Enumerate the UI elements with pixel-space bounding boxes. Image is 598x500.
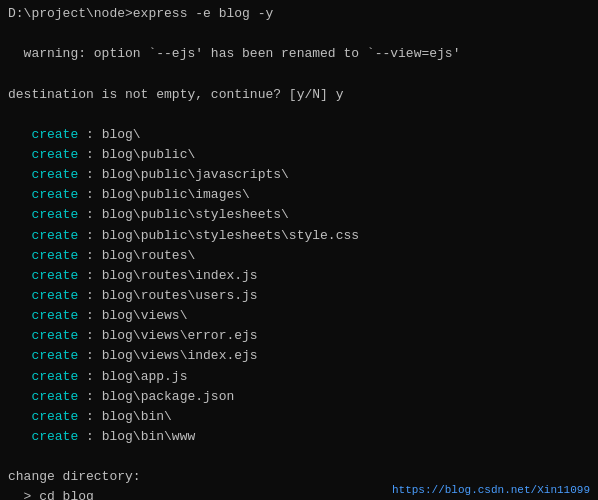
- create-lines-container: create : blog\ create : blog\public\ cre…: [8, 125, 590, 447]
- create-line: create : blog\views\error.ejs: [8, 326, 590, 346]
- create-line: create : blog\public\stylesheets\: [8, 205, 590, 225]
- create-line: create : blog\views\index.ejs: [8, 346, 590, 366]
- create-line: create : blog\public\javascripts\: [8, 165, 590, 185]
- create-line: create : blog\public\stylesheets\style.c…: [8, 226, 590, 246]
- warning-line: warning: option `--ejs' has been renamed…: [8, 44, 590, 64]
- create-line: create : blog\: [8, 125, 590, 145]
- empty-line-1: [8, 24, 590, 44]
- terminal-window: D:\project\node>express -e blog -y warni…: [0, 0, 598, 500]
- create-line: create : blog\public\images\: [8, 185, 590, 205]
- continue-prompt: destination is not empty, continue? [y/N…: [8, 85, 590, 105]
- create-line: create : blog\routes\: [8, 246, 590, 266]
- create-line: create : blog\routes\users.js: [8, 286, 590, 306]
- create-line: create : blog\public\: [8, 145, 590, 165]
- empty-line-4: [8, 447, 590, 467]
- create-line: create : blog\bin\www: [8, 427, 590, 447]
- create-line: create : blog\package.json: [8, 387, 590, 407]
- empty-line-2: [8, 64, 590, 84]
- empty-line-3: [8, 105, 590, 125]
- create-line: create : blog\views\: [8, 306, 590, 326]
- prompt-line: D:\project\node>express -e blog -y: [8, 4, 590, 24]
- create-line: create : blog\routes\index.js: [8, 266, 590, 286]
- create-line: create : blog\app.js: [8, 367, 590, 387]
- create-line: create : blog\bin\: [8, 407, 590, 427]
- footer-url: https://blog.csdn.net/Xin11099: [392, 484, 590, 496]
